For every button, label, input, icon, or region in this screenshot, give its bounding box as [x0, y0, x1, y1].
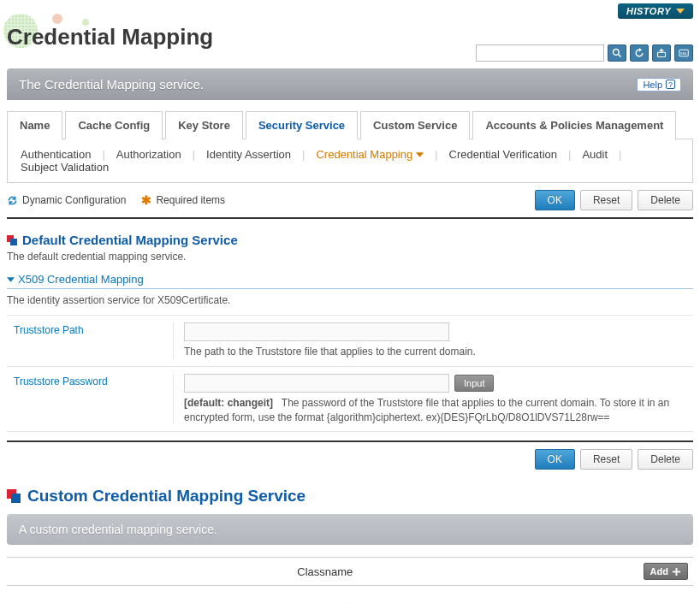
- export-icon: [656, 48, 667, 58]
- search-input[interactable]: [476, 44, 604, 62]
- chevron-down-icon: [7, 277, 15, 282]
- tab-cache-config[interactable]: Cache Config: [65, 111, 163, 139]
- xml-icon: XML: [679, 48, 689, 58]
- truststore-password-label: Truststore Password: [7, 374, 174, 425]
- svg-line-6: [619, 55, 621, 57]
- banner-text: The Credential Mapping service.: [19, 77, 204, 92]
- ok-button-2[interactable]: OK: [535, 449, 575, 470]
- x509-expander[interactable]: X509 Credential Mapping: [7, 273, 693, 289]
- plus-icon: [672, 567, 681, 576]
- svg-rect-7: [658, 52, 666, 56]
- chevron-down-icon: [416, 152, 424, 157]
- separator: |: [193, 148, 195, 161]
- chevron-down-icon: [676, 9, 685, 14]
- truststore-path-label: Truststore Path: [7, 322, 174, 359]
- reset-button[interactable]: Reset: [580, 190, 632, 210]
- separator: |: [102, 148, 104, 161]
- reset-button-2[interactable]: Reset: [580, 449, 632, 470]
- default-section-desc: The default credential mapping service.: [7, 251, 693, 263]
- default-section-title: Default Credential Mapping Service: [22, 233, 238, 247]
- separator: |: [435, 148, 437, 161]
- history-button[interactable]: HISTORY: [618, 3, 693, 19]
- sync-icon: [7, 195, 18, 206]
- subtab-authentication[interactable]: Authentication: [18, 148, 93, 161]
- password-input-button[interactable]: Input: [454, 375, 494, 392]
- delete-button[interactable]: Delete: [638, 190, 693, 210]
- separator: |: [302, 148, 305, 161]
- custom-section-banner: A custom credential mapping service.: [7, 514, 693, 545]
- truststore-password-input[interactable]: [184, 374, 449, 393]
- truststore-path-input[interactable]: [184, 322, 449, 341]
- subtab-credential-verification[interactable]: Credential Verification: [447, 148, 560, 161]
- subtab-credential-mapping[interactable]: Credential Mapping: [313, 148, 426, 161]
- subtab-authorization[interactable]: Authorization: [114, 148, 184, 161]
- question-icon: ?: [666, 80, 675, 89]
- custom-section-title: Custom Credential Mapping Service: [27, 487, 306, 505]
- help-button[interactable]: Help ?: [637, 78, 681, 92]
- separator: |: [619, 148, 621, 161]
- subtab-subject-validation[interactable]: Subject Validation: [18, 161, 111, 174]
- help-label: Help: [643, 80, 662, 90]
- expander-desc: The identity assertion service for X509C…: [7, 289, 693, 315]
- delete-button-2[interactable]: Delete: [638, 449, 693, 470]
- refresh-icon: [634, 48, 644, 58]
- export-icon-button[interactable]: [652, 44, 671, 62]
- classname-column-header: Classname: [7, 565, 644, 578]
- section-icon: [7, 235, 17, 245]
- search-icon-button[interactable]: [608, 44, 626, 62]
- dynamic-config-label: Dynamic Configuration: [22, 194, 126, 206]
- tab-name[interactable]: Name: [7, 111, 62, 139]
- page-title: Credential Mapping: [7, 19, 213, 50]
- subtab-audit[interactable]: Audit: [579, 148, 610, 161]
- refresh-icon-button[interactable]: [630, 44, 649, 62]
- add-label: Add: [650, 566, 668, 576]
- xml-icon-button[interactable]: XML: [674, 44, 693, 62]
- svg-rect-11: [673, 570, 680, 572]
- required-label: Required items: [156, 194, 225, 206]
- svg-text:XML: XML: [680, 51, 688, 56]
- subtab-identity-assertion[interactable]: Identity Assertion: [204, 148, 294, 161]
- tab-key-store[interactable]: Key Store: [165, 111, 243, 139]
- ok-button[interactable]: OK: [535, 190, 575, 210]
- history-label: HISTORY: [626, 6, 671, 16]
- section-icon: [7, 489, 21, 503]
- required-items-indicator: ✱ Required items: [141, 193, 225, 207]
- search-icon: [612, 48, 622, 58]
- tab-security-service[interactable]: Security Service: [246, 111, 358, 139]
- tab-custom-service[interactable]: Custom Service: [360, 111, 470, 139]
- add-button[interactable]: Add: [644, 563, 688, 580]
- tab-accounts-policies-management[interactable]: Accounts & Policies Management: [472, 111, 676, 139]
- asterisk-icon: ✱: [141, 193, 151, 207]
- dynamic-config-indicator: Dynamic Configuration: [7, 194, 126, 206]
- password-default-tag: [default: changeit]: [184, 397, 273, 409]
- truststore-path-hint: The path to the Truststore file that app…: [184, 345, 693, 359]
- separator: |: [568, 148, 571, 161]
- svg-point-5: [614, 50, 620, 56]
- expander-label: X509 Credential Mapping: [18, 273, 144, 286]
